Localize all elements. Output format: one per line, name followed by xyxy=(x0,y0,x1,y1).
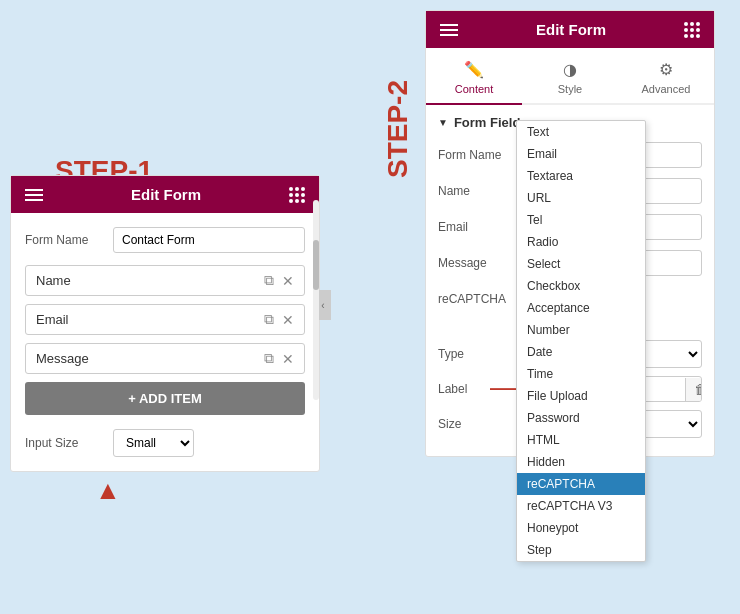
right-grid-icon[interactable] xyxy=(684,22,700,38)
dd-radio[interactable]: Radio xyxy=(517,231,645,253)
left-panel-header: Edit Form xyxy=(11,176,319,213)
dd-textarea[interactable]: Textarea xyxy=(517,165,645,187)
section-arrow-icon: ▼ xyxy=(438,117,448,128)
scrollbar-track xyxy=(313,200,319,400)
delete-icon-name[interactable]: ✕ xyxy=(282,273,294,289)
dd-checkbox[interactable]: Checkbox xyxy=(517,275,645,297)
field-row-email: Email ⧉ ✕ xyxy=(25,304,305,335)
dd-password[interactable]: Password xyxy=(517,407,645,429)
input-size-select[interactable]: Small Medium Large xyxy=(113,429,194,457)
content-icon: ✏️ xyxy=(464,60,484,79)
right-email-label: Email xyxy=(438,214,510,234)
type-label: Type xyxy=(438,347,510,361)
arrow-add-item: ▲ xyxy=(95,475,121,506)
style-icon: ◑ xyxy=(563,60,577,79)
form-name-label: Form Name xyxy=(25,233,105,247)
dd-tel[interactable]: Tel xyxy=(517,209,645,231)
dd-number[interactable]: Number xyxy=(517,319,645,341)
left-panel-title: Edit Form xyxy=(131,186,201,203)
field-name-text: Name xyxy=(36,273,256,288)
dd-recaptcha[interactable]: reCAPTCHA xyxy=(517,473,645,495)
tab-advanced[interactable]: ⚙ Advanced xyxy=(618,54,714,103)
dd-time[interactable]: Time xyxy=(517,363,645,385)
right-panel-title: Edit Form xyxy=(536,21,606,38)
copy-icon-email[interactable]: ⧉ xyxy=(264,311,274,328)
step2-label: STEP-2 xyxy=(382,80,414,178)
copy-icon-name[interactable]: ⧉ xyxy=(264,272,274,289)
size-label: Size xyxy=(438,417,510,431)
right-message-label: Message xyxy=(438,250,510,270)
dd-recaptcha-v3[interactable]: reCAPTCHA V3 xyxy=(517,495,645,517)
form-name-input[interactable] xyxy=(113,227,305,253)
right-name-label: Name xyxy=(438,178,510,198)
field-email-text: Email xyxy=(36,312,256,327)
tabs-row: ✏️ Content ◑ Style ⚙ Advanced xyxy=(426,48,714,105)
delete-icon-message[interactable]: ✕ xyxy=(282,351,294,367)
right-recaptcha-label: reCAPTCHA xyxy=(438,286,510,306)
left-panel: Edit Form Form Name Name ⧉ ✕ Email ⧉ ✕ M… xyxy=(10,175,320,472)
advanced-icon: ⚙ xyxy=(659,60,673,79)
field-row-message: Message ⧉ ✕ xyxy=(25,343,305,374)
right-panel-header: Edit Form xyxy=(426,11,714,48)
field-message-text: Message xyxy=(36,351,256,366)
input-size-row: Input Size Small Medium Large xyxy=(25,429,305,457)
input-size-label: Input Size xyxy=(25,436,105,450)
dd-email[interactable]: Email xyxy=(517,143,645,165)
dd-text[interactable]: Text xyxy=(517,121,645,143)
dd-date[interactable]: Date xyxy=(517,341,645,363)
field-row-name: Name ⧉ ✕ xyxy=(25,265,305,296)
trash-icon[interactable]: 🗑 xyxy=(685,378,702,401)
dd-step[interactable]: Step xyxy=(517,539,645,561)
tab-content[interactable]: ✏️ Content xyxy=(426,54,522,105)
tab-content-label: Content xyxy=(455,83,494,95)
right-hamburger-icon[interactable] xyxy=(440,24,458,36)
copy-icon-message[interactable]: ⧉ xyxy=(264,350,274,367)
add-item-button[interactable]: + ADD ITEM xyxy=(25,382,305,415)
tab-style-label: Style xyxy=(558,83,582,95)
field-type-dropdown[interactable]: Text Email Textarea URL Tel Radio Select… xyxy=(516,120,646,562)
form-name-row: Form Name xyxy=(25,227,305,253)
dd-html[interactable]: HTML xyxy=(517,429,645,451)
tab-style[interactable]: ◑ Style xyxy=(522,54,618,103)
dd-acceptance[interactable]: Acceptance xyxy=(517,297,645,319)
grid-icon[interactable] xyxy=(289,187,305,203)
dd-file-upload[interactable]: File Upload xyxy=(517,385,645,407)
dd-url[interactable]: URL xyxy=(517,187,645,209)
dd-honeypot[interactable]: Honeypot xyxy=(517,517,645,539)
right-form-name-label: Form Name xyxy=(438,142,510,162)
scrollbar-thumb[interactable] xyxy=(313,240,319,290)
dd-hidden[interactable]: Hidden xyxy=(517,451,645,473)
tab-advanced-label: Advanced xyxy=(642,83,691,95)
delete-icon-email[interactable]: ✕ xyxy=(282,312,294,328)
dd-select[interactable]: Select xyxy=(517,253,645,275)
left-panel-body: Form Name Name ⧉ ✕ Email ⧉ ✕ Message ⧉ ✕… xyxy=(11,213,319,471)
hamburger-icon[interactable] xyxy=(25,189,43,201)
